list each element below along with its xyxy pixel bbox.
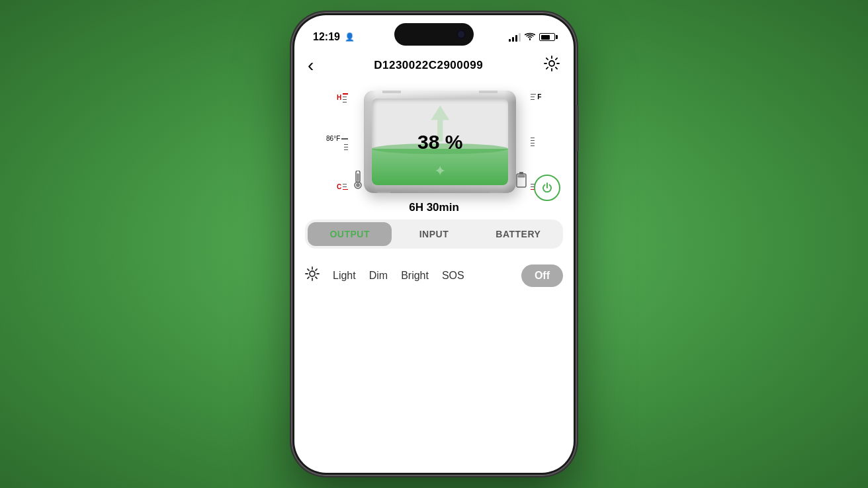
svg-line-14 [316,277,317,278]
bright-option[interactable]: Bright [401,270,429,282]
signal-bar-4 [519,33,521,42]
tab-input[interactable]: INPUT [392,222,476,246]
settings-button[interactable] [543,55,560,76]
sos-option[interactable]: SOS [442,270,464,282]
nav-header: ‹ D1230022C2900099 [294,50,574,84]
power-icon [541,182,553,194]
battery-3d-visual: ✦ 38 % [364,91,516,193]
signal-bar-3 [515,35,517,42]
back-button[interactable]: ‹ [308,56,314,75]
svg-line-13 [308,269,309,270]
battery-percentage: 38 % [417,131,462,153]
time-remaining: 6H 30min [294,193,574,220]
light-sun-icon [305,266,320,285]
light-controls: Light Dim Bright SOS Off [294,259,574,292]
scale-right-f: F [531,93,541,101]
status-icons [509,32,555,42]
dim-option[interactable]: Dim [369,270,388,282]
svg-rect-6 [519,172,523,175]
dynamic-island [394,23,474,46]
phone-screen: ‹ 12:19 👤 [294,15,574,473]
svg-point-8 [310,271,315,276]
tab-battery[interactable]: BATTERY [476,222,560,246]
light-label: Light [333,270,356,282]
status-time: ‹ 12:19 👤 [313,31,355,43]
device-id: D1230022C2900099 [374,59,483,72]
svg-point-0 [549,61,554,66]
signal-bars [509,32,521,42]
tab-output[interactable]: OUTPUT [308,222,392,246]
svg-rect-7 [518,175,525,178]
phone-frame: ‹ 12:19 👤 [292,13,576,475]
off-button[interactable]: Off [521,264,563,287]
wifi-icon [525,32,535,42]
signal-bar-2 [512,37,514,42]
battery-small-icon [516,171,527,188]
battery-cross-icon: ✦ [434,164,446,179]
svg-point-4 [356,183,360,187]
signal-bar-1 [509,39,511,42]
power-button[interactable] [534,175,560,201]
scale-left-h: H [337,93,348,102]
battery-visualization-section: H 86°F [294,84,574,193]
scale-right-middle [531,138,535,146]
time-display: 12:19 [313,31,340,43]
battery-fill [541,35,550,40]
scale-left-middle: 86°F [326,135,348,150]
battery-status-icon [539,33,555,41]
svg-line-16 [316,269,317,270]
tab-selector: OUTPUT INPUT BATTERY [305,220,563,249]
svg-rect-2 [357,173,359,181]
scale-left-c: C [337,183,348,190]
thermometer-icon [352,171,364,189]
person-icon: 👤 [345,32,355,42]
svg-line-15 [308,277,309,278]
